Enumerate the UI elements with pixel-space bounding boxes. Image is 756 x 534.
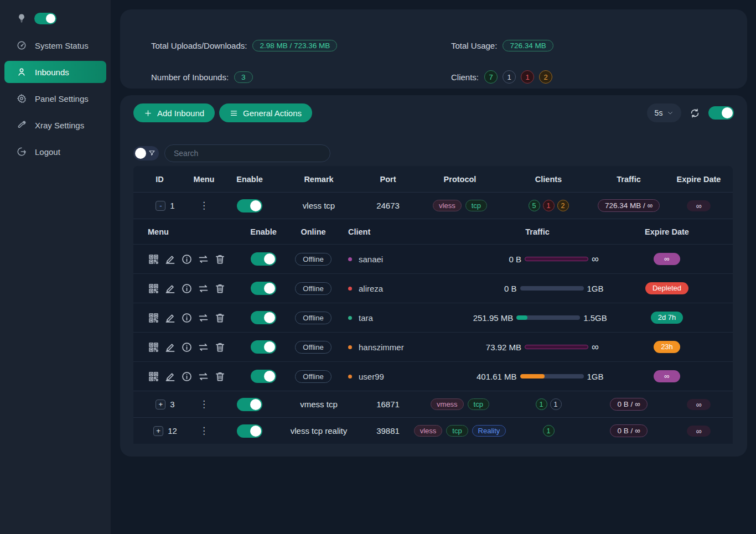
port-cell: 39881 xyxy=(360,426,416,436)
client-row-alireza: Offlinealireza0 B1GBDepleted xyxy=(133,273,733,303)
expand-row-button[interactable]: + xyxy=(156,400,165,409)
expire-cell-main: ∞ xyxy=(665,426,733,437)
client-expire-cell: ∞ xyxy=(601,253,733,265)
client-count-badges: 7112 xyxy=(484,70,552,84)
sidebar-item-panel-settings[interactable]: Panel Settings xyxy=(0,85,111,112)
client-expire-cell: Depleted xyxy=(601,282,733,294)
protocol-tag-tcp: tcp xyxy=(465,200,487,211)
add-inbound-button[interactable]: Add Inbound xyxy=(133,103,215,122)
reset-traffic-icon[interactable] xyxy=(198,312,209,324)
client-expire-badge: 23h xyxy=(654,341,680,353)
sidebar-item-logout[interactable]: Logout xyxy=(0,138,111,165)
edit-icon[interactable] xyxy=(164,312,176,324)
qrcode-icon[interactable] xyxy=(148,253,159,265)
qrcode-icon[interactable] xyxy=(148,371,159,382)
info-icon[interactable] xyxy=(181,341,193,353)
reset-traffic-icon[interactable] xyxy=(198,341,209,353)
sidebar-item-system-status[interactable]: System Status xyxy=(0,32,111,59)
delete-icon[interactable] xyxy=(214,341,226,353)
gear-icon xyxy=(17,94,27,103)
sidebar-item-xray-settings[interactable]: Xray Settings xyxy=(0,112,111,138)
general-actions-label: General Actions xyxy=(243,108,302,118)
clients-cell: 1 xyxy=(504,425,593,437)
qrcode-icon[interactable] xyxy=(148,341,159,353)
client-row-sanaei: Offlinesanaei0 B∞∞ xyxy=(133,244,733,273)
reset-traffic-icon[interactable] xyxy=(198,253,209,265)
row-menu-button[interactable]: ⋮ xyxy=(199,398,209,410)
refresh-interval-select[interactable]: 5s xyxy=(647,103,681,122)
filter-toggle[interactable] xyxy=(133,146,159,160)
delete-icon[interactable] xyxy=(214,253,226,265)
client-enable-toggle[interactable] xyxy=(251,282,276,295)
stats-card: Total Uploads/Downloads: 2.98 MB / 723.3… xyxy=(120,9,747,89)
client-color-dot xyxy=(348,375,352,379)
edit-icon[interactable] xyxy=(164,253,176,265)
theme-toggle[interactable] xyxy=(34,13,56,24)
sub-column-header-online: Online xyxy=(288,227,338,236)
column-header-expire-date: Expire Date xyxy=(665,175,733,184)
client-row-user99: Offlineuser99401.61 MB1GB∞ xyxy=(133,361,733,391)
collapse-row-button[interactable]: - xyxy=(156,201,165,211)
client-count-badge: 1 xyxy=(543,200,555,211)
reset-traffic-icon[interactable] xyxy=(198,283,209,294)
expand-row-button[interactable]: + xyxy=(153,426,163,436)
delete-icon[interactable] xyxy=(214,312,226,324)
general-actions-button[interactable]: General Actions xyxy=(219,103,312,122)
protocol-tag-reality: Reality xyxy=(472,425,506,437)
info-icon[interactable] xyxy=(181,371,193,382)
refresh-icon[interactable] xyxy=(690,108,700,118)
info-icon[interactable] xyxy=(181,283,193,294)
edit-icon[interactable] xyxy=(164,283,176,294)
client-name-cell: user99 xyxy=(338,372,474,381)
client-name-cell: sanaei xyxy=(338,255,474,264)
protocol-tag-vless: vless xyxy=(433,200,462,211)
client-enable-toggle[interactable] xyxy=(251,311,276,324)
auto-refresh-knob xyxy=(722,107,733,118)
add-inbound-label: Add Inbound xyxy=(157,108,204,118)
traffic-progress-fill xyxy=(520,374,545,379)
client-name: alireza xyxy=(359,284,383,293)
traffic-cell-main: 0 B / ∞ xyxy=(593,424,665,437)
port-cell: 24673 xyxy=(360,201,416,210)
edit-icon[interactable] xyxy=(164,341,176,353)
client-menu-icons xyxy=(133,312,239,324)
client-enable-toggle[interactable] xyxy=(251,340,276,354)
client-online-cell: Offline xyxy=(288,282,338,295)
reset-traffic-icon[interactable] xyxy=(198,371,209,382)
delete-icon[interactable] xyxy=(214,283,226,294)
traffic-progress-bar xyxy=(525,345,588,349)
online-status-badge: Offline xyxy=(295,253,331,266)
inbounds-card: Add Inbound General Actions 5s xyxy=(120,95,747,457)
inbound-enable-toggle[interactable] xyxy=(237,199,262,212)
client-count-badge: 1 xyxy=(521,70,534,84)
qrcode-icon[interactable] xyxy=(148,312,159,324)
client-enable-toggle[interactable] xyxy=(251,252,276,266)
inbound-id: 1 xyxy=(170,201,174,210)
auto-refresh-toggle[interactable] xyxy=(708,106,734,120)
sidebar-item-label: System Status xyxy=(35,41,89,50)
client-enable-toggle[interactable] xyxy=(251,370,276,383)
stat-total-uploads-downloads: Total Uploads/Downloads: 2.98 MB / 723.3… xyxy=(151,40,451,51)
traffic-used: 401.61 MB xyxy=(472,372,517,381)
client-color-dot xyxy=(348,316,352,320)
traffic-used: 251.95 MB xyxy=(468,313,513,323)
client-name-cell: hanszimmer xyxy=(338,343,474,352)
client-enable-toggle-knob xyxy=(264,283,275,294)
qrcode-icon[interactable] xyxy=(148,283,159,294)
client-name-cell: alireza xyxy=(338,284,474,293)
info-icon[interactable] xyxy=(181,312,193,324)
client-count-badge: 2 xyxy=(557,200,569,211)
row-menu-button[interactable]: ⋮ xyxy=(199,200,209,211)
inbound-enable-toggle[interactable] xyxy=(237,424,262,438)
sidebar-item-inbounds[interactable]: Inbounds xyxy=(4,61,106,83)
client-enable-cell xyxy=(239,340,288,354)
funnel-icon xyxy=(148,149,156,157)
online-status-badge: Offline xyxy=(295,341,331,354)
inbound-enable-toggle[interactable] xyxy=(237,398,262,411)
traffic-progress-fill xyxy=(516,315,527,320)
delete-icon[interactable] xyxy=(214,371,226,382)
info-icon[interactable] xyxy=(181,253,193,265)
edit-icon[interactable] xyxy=(164,371,176,382)
search-input[interactable] xyxy=(164,144,330,162)
row-menu-button[interactable]: ⋮ xyxy=(199,425,209,437)
